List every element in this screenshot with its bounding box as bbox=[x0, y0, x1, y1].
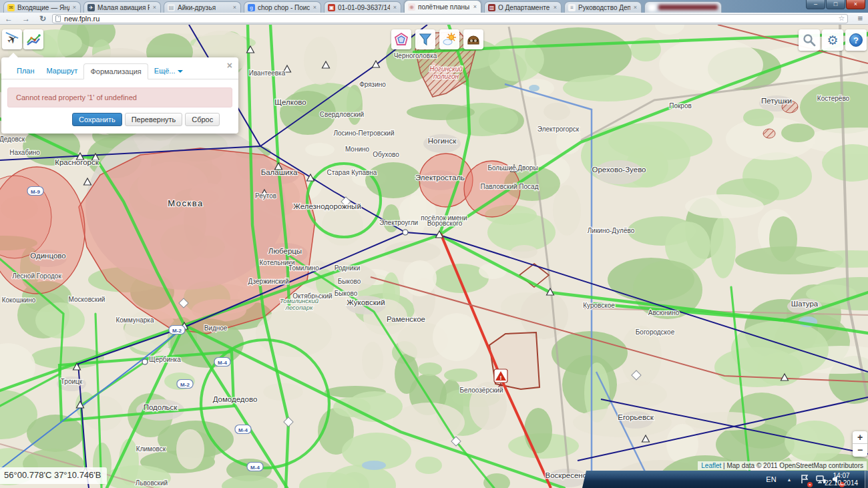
map-label: Домодедово bbox=[213, 395, 258, 403]
terrain-patch bbox=[659, 38, 763, 91]
maximize-button[interactable]: □ bbox=[826, 0, 845, 9]
tab-close-icon[interactable]: × bbox=[553, 4, 558, 11]
panel-tab-2[interactable]: Маршрут bbox=[41, 63, 84, 78]
browser-tab[interactable]: ▥О Департаменте / Депар× bbox=[484, 1, 562, 13]
map-label: Красногорск bbox=[55, 158, 99, 166]
browser-tab[interactable]: ▣01-01-09-3637/14 | Элект× bbox=[324, 1, 401, 13]
settings-button[interactable]: ⚙ bbox=[822, 29, 843, 51]
panel-close-icon[interactable]: × bbox=[227, 61, 232, 69]
map-label: Орехово-Зуево bbox=[592, 166, 646, 174]
map-label: Коммунарка bbox=[116, 316, 154, 324]
browser-tab[interactable]: ≡Руководство Департаме× bbox=[564, 1, 642, 13]
route-profile-button[interactable] bbox=[23, 29, 43, 49]
terrain-patch bbox=[563, 75, 652, 101]
road-badge-label: М-4 bbox=[250, 465, 260, 471]
browser-tab[interactable]: ✉Входящие — Яндекс.Поч× bbox=[3, 1, 81, 13]
terrain-patch bbox=[305, 143, 335, 156]
reload-icon[interactable]: ↻ bbox=[35, 13, 51, 24]
map-label: Старая Купавна bbox=[327, 169, 377, 176]
address-bar[interactable]: new.fpln.ru ☆ bbox=[52, 14, 848, 23]
dept-icon: ▥ bbox=[488, 4, 495, 11]
mouse-coordinates: 56°00.778'С 37°10.746'В bbox=[0, 467, 107, 484]
terrain-patch bbox=[553, 185, 581, 236]
tab-title: Айки-друзья bbox=[178, 4, 230, 11]
panel-button-1[interactable]: Сохранить bbox=[72, 113, 122, 126]
action-center-flag-icon[interactable]: × bbox=[799, 471, 811, 488]
tab-close-icon[interactable]: × bbox=[393, 4, 397, 11]
weather-button[interactable] bbox=[439, 29, 459, 49]
weather-icon bbox=[442, 32, 457, 47]
road-badge-label: М-4 bbox=[218, 360, 227, 366]
map-label: Свердловский bbox=[320, 111, 364, 118]
browser-tab[interactable]: gchop chop - Поиск в Goo× bbox=[244, 1, 321, 13]
tab-close-icon[interactable]: × bbox=[633, 4, 638, 11]
tray-expand-icon[interactable]: ▲ bbox=[784, 471, 795, 488]
terrain-patch bbox=[176, 429, 204, 469]
browser-tab[interactable]: ▤Айки-друзья× bbox=[164, 1, 241, 13]
map-label: Куровское bbox=[583, 302, 615, 309]
tab-close-icon[interactable]: × bbox=[152, 4, 157, 11]
zoom-out-button[interactable]: − bbox=[853, 444, 867, 457]
desktop: –□× ✉Входящие — Яндекс.Поч×✈Малая авиаци… bbox=[0, 0, 868, 488]
mail-icon: ✉ bbox=[7, 4, 15, 11]
browser-tab[interactable] bbox=[644, 1, 722, 13]
map-label: Ногинск bbox=[428, 137, 457, 145]
pilot-button[interactable] bbox=[463, 29, 483, 49]
map-label: Быково bbox=[338, 278, 361, 285]
map-label: Родники bbox=[335, 264, 360, 272]
terrain-patch bbox=[511, 245, 537, 258]
show-desktop-button[interactable] bbox=[865, 471, 868, 488]
map-zoom-control: + − bbox=[853, 431, 867, 457]
search-button[interactable] bbox=[799, 29, 820, 51]
map-label: Люберцы bbox=[268, 247, 302, 255]
tab-close-icon[interactable]: × bbox=[232, 4, 237, 11]
tab-close-icon[interactable]: × bbox=[312, 4, 317, 11]
fpln-icon: ◉ bbox=[408, 3, 415, 11]
flight-plan-button[interactable]: ✈ bbox=[2, 29, 22, 49]
help-button[interactable]: ? bbox=[845, 29, 867, 51]
panel-button-3[interactable]: Сброс bbox=[185, 113, 220, 126]
tab-close-icon[interactable]: × bbox=[72, 4, 77, 11]
terrain-patch bbox=[444, 369, 477, 382]
close-button[interactable]: × bbox=[846, 0, 865, 9]
chrome-menu-icon[interactable]: ≡ bbox=[852, 13, 868, 23]
panel-tab-1[interactable]: План bbox=[11, 63, 41, 78]
forward-icon[interactable]: → bbox=[17, 13, 35, 24]
minimize-button[interactable]: – bbox=[806, 0, 825, 9]
tab-close-icon[interactable]: × bbox=[473, 3, 477, 10]
pilot-helmet-icon bbox=[466, 32, 481, 47]
browser-tab[interactable]: ✈Малая авиация России. (× bbox=[83, 1, 161, 13]
filter-button[interactable] bbox=[415, 29, 435, 49]
page-icon bbox=[55, 15, 61, 22]
zoom-in-button[interactable]: + bbox=[853, 431, 867, 444]
attribution-text: | Map data © 2011 OpenStreetMap contribu… bbox=[721, 462, 863, 469]
panel-tab-4[interactable]: Ещё... bbox=[148, 63, 189, 78]
clock[interactable]: 14:07 22.10.2014 bbox=[817, 471, 866, 488]
terrain-patch bbox=[544, 103, 570, 120]
map-label: Раменское bbox=[387, 315, 425, 323]
leaflet-link[interactable]: Leaflet bbox=[701, 462, 721, 469]
url-text[interactable]: new.fpln.ru bbox=[64, 15, 99, 23]
map-label: Белоозёрский bbox=[459, 387, 503, 394]
back-icon[interactable]: ← bbox=[0, 13, 17, 24]
tab-title: Руководство Департаме bbox=[578, 4, 630, 11]
terrain-patch bbox=[304, 37, 337, 85]
map-label: полигон bbox=[433, 73, 459, 80]
map-attribution: Leaflet | Map data © 2011 OpenStreetMap … bbox=[698, 461, 867, 470]
terrain-patch bbox=[685, 194, 764, 218]
map-label: Егорьевск bbox=[618, 413, 654, 421]
filter-icon bbox=[418, 32, 433, 47]
zones-button[interactable] bbox=[391, 29, 411, 49]
map-label: Павловский Посад bbox=[480, 183, 538, 190]
map-label: Воровского bbox=[427, 220, 463, 227]
panel-buttons: СохранитьПеревернутьСброс bbox=[72, 113, 238, 126]
map-label: Щербинка bbox=[149, 356, 181, 363]
panel-button-2[interactable]: Перевернуть bbox=[125, 113, 183, 126]
browser-tab-active[interactable]: ◉полётные планы× bbox=[404, 0, 481, 13]
bookmark-star-icon[interactable]: ☆ bbox=[839, 14, 845, 23]
panel-tab-3[interactable]: Формализация bbox=[83, 63, 148, 79]
terrain-patch bbox=[785, 421, 845, 462]
lake bbox=[529, 85, 539, 91]
map-label: Петушки bbox=[761, 97, 792, 105]
language-indicator[interactable]: EN bbox=[763, 471, 780, 488]
